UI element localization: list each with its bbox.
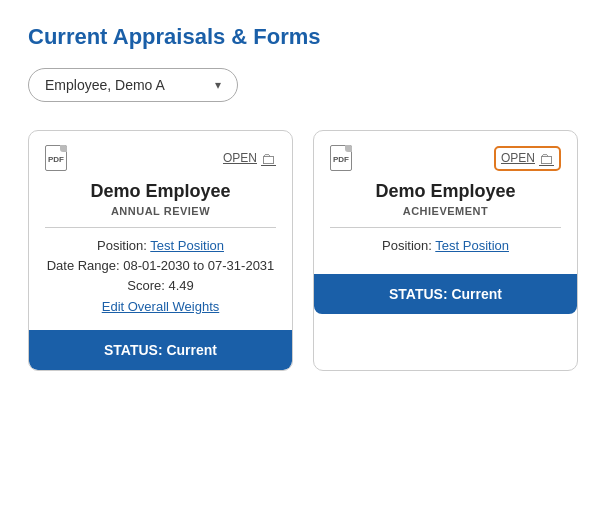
appraisal-card-card-1: PDF OPEN 🗀 Demo Employee ANNUAL REVIEW P… <box>28 130 293 371</box>
pdf-label: PDF <box>333 155 349 164</box>
card-divider <box>330 227 561 228</box>
card-content: PDF OPEN 🗀 Demo Employee ACHIEVEMENT Pos… <box>314 131 577 274</box>
review-type: ACHIEVEMENT <box>330 205 561 217</box>
pdf-file-icon: PDF <box>330 145 352 171</box>
employee-name: Demo Employee <box>45 181 276 202</box>
status-badge: STATUS: Current <box>29 330 292 370</box>
page-title: Current Appraisals & Forms <box>28 24 578 50</box>
open-label: OPEN <box>223 151 257 165</box>
employee-name: Demo Employee <box>330 181 561 202</box>
folder-icon: 🗀 <box>539 150 554 167</box>
edit-weights-link[interactable]: Edit Overall Weights <box>45 299 276 314</box>
card-top-row: PDF OPEN 🗀 <box>45 145 276 171</box>
card-divider <box>45 227 276 228</box>
cards-container: PDF OPEN 🗀 Demo Employee ANNUAL REVIEW P… <box>28 130 578 371</box>
position-detail: Position: Test Position <box>45 238 276 253</box>
pdf-icon-container: PDF <box>45 145 67 171</box>
card-top-row: PDF OPEN 🗀 <box>330 145 561 171</box>
status-badge: STATUS: Current <box>314 274 577 314</box>
pdf-icon-container: PDF <box>330 145 352 171</box>
dropdown-value: Employee, Demo A <box>45 77 165 93</box>
appraisal-card-card-2: PDF OPEN 🗀 Demo Employee ACHIEVEMENT Pos… <box>313 130 578 371</box>
date-range-detail: Date Range: 08-01-2030 to 07-31-2031 <box>45 258 276 273</box>
card-content: PDF OPEN 🗀 Demo Employee ANNUAL REVIEW P… <box>29 131 292 330</box>
open-folder-button[interactable]: OPEN 🗀 <box>223 150 276 167</box>
pdf-label: PDF <box>48 155 64 164</box>
review-type: ANNUAL REVIEW <box>45 205 276 217</box>
chevron-down-icon: ▾ <box>215 78 221 92</box>
position-detail: Position: Test Position <box>330 238 561 253</box>
pdf-file-icon: PDF <box>45 145 67 171</box>
position-link[interactable]: Test Position <box>150 238 224 253</box>
open-folder-button[interactable]: OPEN 🗀 <box>494 146 561 171</box>
open-label: OPEN <box>501 151 535 165</box>
employee-dropdown[interactable]: Employee, Demo A ▾ <box>28 68 238 102</box>
score-detail: Score: 4.49 <box>45 278 276 293</box>
folder-icon: 🗀 <box>261 150 276 167</box>
position-link[interactable]: Test Position <box>435 238 509 253</box>
